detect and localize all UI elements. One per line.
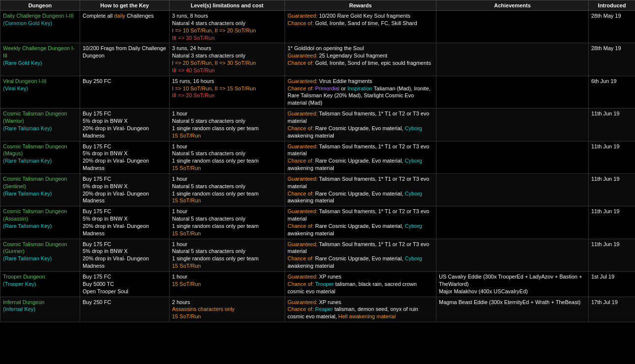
introduced-cell: 11th Jun 19 (589, 173, 635, 206)
table-row: Infernal Dungeon(Infernal Key) Buy 250 F… (0, 297, 635, 322)
table-row: Daily Challenge Dungeon I-III(Common Gol… (0, 11, 635, 43)
dungeon-cell: Infernal Dungeon(Infernal Key) (0, 297, 80, 322)
achievements-cell (436, 11, 589, 43)
introduced-cell: 17th Jul 19 (589, 297, 635, 322)
dungeon-cell: Daily Challenge Dungeon I-III(Common Gol… (0, 11, 80, 43)
dungeon-cell: Cosmic Talisman Dungeon (Assassin)(Rare … (0, 206, 80, 239)
table-row: Viral Dungeon I-III(Viral Key) Buy 250 F… (0, 76, 635, 108)
how-cell: Buy 175 FC5% drop in BNW X20% drop in Vi… (80, 141, 170, 173)
how-cell: Complete all daily Challenges (80, 11, 170, 43)
achievements-cell (436, 43, 589, 76)
table-row: Cosmic Talisman Dungeon (Magus)(Rare Tal… (0, 141, 635, 173)
header-achievements: Achievements (436, 0, 589, 11)
introduced-cell: 1st Jul 19 (589, 272, 635, 297)
rewards-cell: Guaranteed: Talisman Soul framents, 1* T… (285, 141, 436, 173)
introduced-cell: 11th Jun 19 (589, 239, 635, 271)
achievements-cell (436, 76, 589, 108)
introduced-cell: 11th Jun 19 (589, 109, 635, 141)
level-cell: 1 hourNatural 5 stars characters only1 s… (170, 206, 285, 239)
level-cell: 15 runs, 16 hoursI => 10 SoT/Run, II => … (170, 76, 285, 108)
level-cell: 3 runs, 24 hoursNatural 3 stars characte… (170, 43, 285, 76)
how-cell: Buy 175 FC5% drop in BNW X20% drop in Vi… (80, 173, 170, 206)
level-cell: 1 hourNatural 5 stars characters only1 s… (170, 239, 285, 271)
how-cell: Buy 175 FC5% drop in BNW X20% drop in Vi… (80, 239, 170, 271)
rewards-cell: Guaranteed: 10/200 Rare Gold Key Soul fr… (285, 11, 436, 43)
dungeon-cell: Cosmic Talisman Dungeon (Sentinel)(Rare … (0, 173, 80, 206)
header-level: Level(s) limitations and cost (170, 0, 285, 11)
level-cell: 2 hoursAssassins characters only15 SoT/R… (170, 297, 285, 322)
dungeon-cell: Weekly Challenge Dungeon I-III(Rare Gold… (0, 43, 80, 76)
table-row: Cosmic Talisman Dungeon (Warrior)(Rare T… (0, 109, 635, 141)
achievements-cell (436, 206, 589, 239)
introduced-cell: 11th Jun 19 (589, 206, 635, 239)
dungeon-cell: Cosmic Talisman Dungeon (Gunner)(Rare Ta… (0, 239, 80, 271)
rewards-cell: Guaranteed: Talisman Soul framents, 1* T… (285, 109, 436, 141)
level-cell: 1 hour15 SoT/Run (170, 272, 285, 297)
achievements-cell (436, 109, 589, 141)
header-key: How to get the Key (80, 0, 170, 11)
table-row: Cosmic Talisman Dungeon (Assassin)(Rare … (0, 206, 635, 239)
how-cell: Buy 175 FCBuy 5000 TCOpen Trooper Soul (80, 272, 170, 297)
rewards-cell: Guaranteed: Talisman Soul framents, 1* T… (285, 173, 436, 206)
level-cell: 1 hourNatural 5 stars characters only1 s… (170, 173, 285, 206)
introduced-cell: 28th May 19 (589, 11, 635, 43)
table-row: Cosmic Talisman Dungeon (Sentinel)(Rare … (0, 173, 635, 206)
achievements-cell (436, 173, 589, 206)
achievements-cell (436, 239, 589, 271)
dungeon-table: Dungeon How to get the Key Level(s) limi… (0, 0, 635, 322)
rewards-cell: Guaranteed: Talisman Soul framents, 1* T… (285, 239, 436, 271)
how-cell: 10/200 Frags from Daily Challenge Dungeo… (80, 43, 170, 76)
introduced-cell: 11th Jun 19 (589, 141, 635, 173)
achievements-cell: US Cavalry Eddie (300x TrooperEd + LadyA… (436, 272, 589, 297)
header-dungeon: Dungeon (0, 0, 80, 11)
dungeon-cell: Trooper Dungeon(Trooper Key) (0, 272, 80, 297)
rewards-cell: Guaranteed: XP runesChance of: Trooper t… (285, 272, 436, 297)
rewards-cell: Guaranteed: XP runesChance of: Reaper ta… (285, 297, 436, 322)
achievements-cell (436, 141, 589, 173)
how-cell: Buy 250 FC (80, 297, 170, 322)
how-cell: Buy 175 FC5% drop in BNW X20% drop in Vi… (80, 109, 170, 141)
how-cell: Buy 250 FC (80, 76, 170, 108)
header-rewards: Rewards (285, 0, 436, 11)
rewards-cell: 1* GoldIdol on opening the SoulGuarantee… (285, 43, 436, 76)
rewards-cell: Guaranteed: Talisman Soul framents, 1* T… (285, 206, 436, 239)
table-row: Weekly Challenge Dungeon I-III(Rare Gold… (0, 43, 635, 76)
header-introduced: Introduced (589, 0, 635, 11)
dungeon-cell: Cosmic Talisman Dungeon (Magus)(Rare Tal… (0, 141, 80, 173)
achievements-cell: Magma Beast Eddie (300x EternityEd + Wra… (436, 297, 589, 322)
table-row: Trooper Dungeon(Trooper Key) Buy 175 FCB… (0, 272, 635, 297)
introduced-cell: 6th Jun 19 (589, 76, 635, 108)
level-cell: 1 hourNatural 5 stars characters only1 s… (170, 109, 285, 141)
level-cell: 1 hourNatural 5 stars characters only1 s… (170, 141, 285, 173)
introduced-cell: 28th May 19 (589, 43, 635, 76)
dungeon-cell: Viral Dungeon I-III(Viral Key) (0, 76, 80, 108)
dungeon-cell: Cosmic Talisman Dungeon (Warrior)(Rare T… (0, 109, 80, 141)
level-cell: 3 runs, 8 hoursNatural 4 stars character… (170, 11, 285, 43)
table-row: Cosmic Talisman Dungeon (Gunner)(Rare Ta… (0, 239, 635, 271)
how-cell: Buy 175 FC5% drop in BNW X20% drop in Vi… (80, 206, 170, 239)
rewards-cell: Guaranteed: Virus Eddie fragmentsChance … (285, 76, 436, 108)
